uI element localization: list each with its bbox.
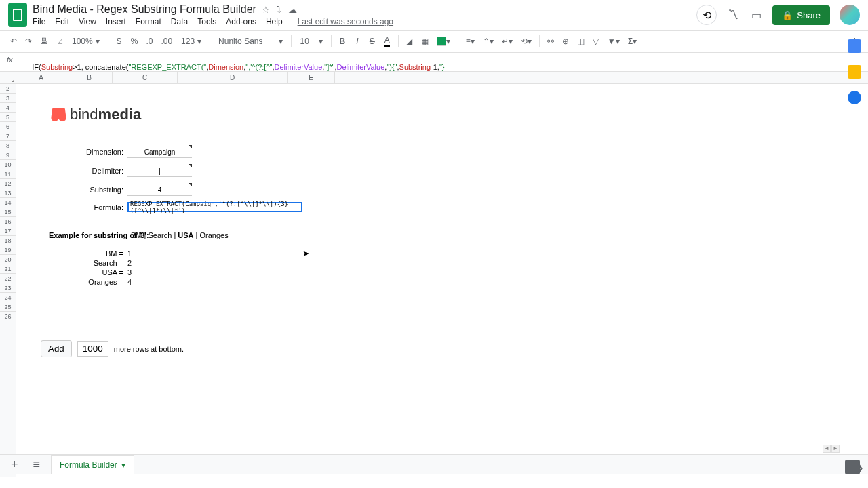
delimiter-input[interactable] bbox=[127, 166, 192, 176]
redo-button[interactable]: ↷ bbox=[22, 34, 35, 49]
chart-button[interactable]: ◫ bbox=[574, 34, 588, 49]
italic-button[interactable]: I bbox=[351, 34, 364, 49]
font-select[interactable]: Nunito Sans▾ bbox=[214, 35, 287, 47]
last-edit-link[interactable]: Last edit was seconds ago bbox=[298, 17, 393, 26]
add-rows-button[interactable]: Add bbox=[41, 340, 72, 357]
row-header[interactable]: 17 bbox=[0, 226, 16, 236]
currency-button[interactable]: $ bbox=[113, 34, 126, 49]
row-header[interactable]: 23 bbox=[0, 283, 16, 293]
col-b[interactable]: B bbox=[66, 72, 113, 83]
borders-button[interactable]: ▦ bbox=[418, 34, 432, 49]
functions-button[interactable]: Σ▾ bbox=[625, 34, 640, 49]
side-panel-toggle[interactable]: ❯ bbox=[852, 462, 868, 473]
row-header[interactable]: 4 bbox=[0, 103, 16, 113]
row-header[interactable]: 8 bbox=[0, 141, 16, 150]
sheet-tab[interactable]: Formula Builder ▾ bbox=[51, 455, 134, 474]
filter-views-button[interactable]: ▼▾ bbox=[604, 34, 623, 49]
col-a[interactable]: A bbox=[16, 72, 66, 83]
row-header[interactable]: 13 bbox=[0, 188, 16, 198]
scroll-right-button[interactable]: ► bbox=[831, 445, 840, 453]
activity-icon[interactable]: 〽 bbox=[726, 8, 740, 22]
history-icon[interactable]: ⟲ bbox=[696, 5, 717, 25]
add-rows-input[interactable] bbox=[77, 341, 108, 357]
merge-button[interactable]: ▾ bbox=[433, 34, 454, 49]
move-icon[interactable]: ⤵ bbox=[277, 5, 281, 15]
fill-color-button[interactable]: ◢ bbox=[403, 34, 416, 49]
all-sheets-button[interactable]: ≡ bbox=[29, 458, 45, 472]
comment-icon[interactable]: ▭ bbox=[749, 8, 763, 22]
font-size-select[interactable]: 10▾ bbox=[296, 35, 326, 47]
row-header[interactable]: 9 bbox=[0, 150, 16, 160]
wrap-button[interactable]: ↵▾ bbox=[498, 34, 516, 49]
valign-button[interactable]: ⌃▾ bbox=[479, 34, 497, 49]
row-header[interactable]: 10 bbox=[0, 160, 16, 169]
sheet-tab-menu-icon[interactable]: ▾ bbox=[121, 460, 125, 470]
substring-input[interactable] bbox=[127, 185, 192, 195]
sheets-logo-icon[interactable] bbox=[8, 3, 27, 27]
menu-tools[interactable]: Tools bbox=[197, 17, 216, 26]
col-d[interactable]: D bbox=[178, 72, 288, 83]
row-header[interactable]: 22 bbox=[0, 274, 16, 283]
row-header[interactable]: 21 bbox=[0, 264, 16, 274]
menu-edit[interactable]: Edit bbox=[55, 17, 69, 26]
select-all-corner[interactable] bbox=[0, 72, 16, 84]
paint-format-button[interactable]: ⟀ bbox=[53, 34, 66, 49]
document-title[interactable]: Bind Media - Regex Substring Formula Bui… bbox=[33, 3, 256, 16]
percent-button[interactable]: % bbox=[127, 34, 142, 49]
menu-insert[interactable]: Insert bbox=[106, 17, 126, 26]
formula-output[interactable]: REGEXP_EXTRACT(Campaign,'^(?:[^\\|]*\\|)… bbox=[127, 202, 302, 212]
comment-button[interactable]: ⊕ bbox=[559, 34, 572, 49]
menu-addons[interactable]: Add-ons bbox=[226, 17, 256, 26]
col-e[interactable]: E bbox=[288, 72, 335, 83]
row-header[interactable]: 3 bbox=[0, 94, 16, 103]
dimension-input[interactable] bbox=[127, 147, 192, 157]
strikethrough-button[interactable]: S bbox=[366, 34, 379, 49]
cloud-icon[interactable]: ☁ bbox=[288, 5, 297, 15]
calendar-icon[interactable] bbox=[848, 39, 861, 53]
keep-icon[interactable] bbox=[848, 65, 861, 79]
add-sheet-button[interactable]: + bbox=[7, 458, 22, 472]
number-format-select[interactable]: 123▾ bbox=[177, 35, 205, 47]
halign-button[interactable]: ≡▾ bbox=[462, 34, 478, 49]
menu-format[interactable]: Format bbox=[136, 17, 161, 26]
row-header[interactable]: 25 bbox=[0, 302, 16, 312]
row-header[interactable]: 18 bbox=[0, 236, 16, 245]
text-color-button[interactable]: A bbox=[380, 33, 394, 50]
row-header[interactable]: 7 bbox=[0, 131, 16, 141]
row-header[interactable]: 5 bbox=[0, 113, 16, 122]
link-button[interactable]: ⚯ bbox=[544, 34, 557, 49]
star-icon[interactable]: ☆ bbox=[262, 5, 270, 15]
row-header[interactable]: 16 bbox=[0, 217, 16, 226]
row-header[interactable]: 26 bbox=[0, 312, 16, 321]
formula-bar[interactable]: fx =IF(Substring>1, concatenate("REGEXP_… bbox=[0, 53, 868, 72]
dec-increase-button[interactable]: .00 bbox=[157, 34, 176, 49]
row-header[interactable]: 2 bbox=[0, 84, 16, 94]
menu-data[interactable]: Data bbox=[171, 17, 188, 26]
row-header[interactable]: 19 bbox=[0, 245, 16, 255]
row-header[interactable]: 20 bbox=[0, 255, 16, 264]
tasks-icon[interactable] bbox=[848, 91, 861, 104]
scroll-left-button[interactable]: ◄ bbox=[823, 445, 831, 453]
avatar[interactable] bbox=[840, 5, 860, 25]
menu-view[interactable]: View bbox=[79, 17, 96, 26]
share-button[interactable]: 🔒 Share bbox=[772, 5, 830, 25]
filter-button[interactable]: ▽ bbox=[589, 34, 603, 49]
dec-decrease-button[interactable]: .0 bbox=[142, 34, 156, 49]
row-header[interactable]: 24 bbox=[0, 293, 16, 302]
row-header[interactable]: 14 bbox=[0, 198, 16, 207]
col-c[interactable]: C bbox=[113, 72, 178, 83]
print-button[interactable]: 🖶 bbox=[37, 34, 52, 49]
row-header[interactable]: 11 bbox=[0, 169, 16, 179]
rotate-button[interactable]: ⟲▾ bbox=[517, 34, 535, 49]
grid-body[interactable]: bindmedia Dimension: Delimiter: Substrin… bbox=[16, 84, 868, 477]
brand-logo: bindmedia bbox=[52, 106, 141, 123]
row-header[interactable]: 12 bbox=[0, 179, 16, 188]
row-header[interactable]: 15 bbox=[0, 207, 16, 217]
menu-file[interactable]: File bbox=[33, 17, 45, 26]
zoom-select[interactable]: 100%▾ bbox=[68, 35, 104, 47]
undo-button[interactable]: ↶ bbox=[7, 34, 20, 49]
bold-button[interactable]: B bbox=[336, 34, 349, 49]
menu-help[interactable]: Help bbox=[266, 17, 283, 26]
row-headers: 2345678910111213141516171819202122232425… bbox=[0, 84, 16, 477]
row-header[interactable]: 6 bbox=[0, 122, 16, 131]
